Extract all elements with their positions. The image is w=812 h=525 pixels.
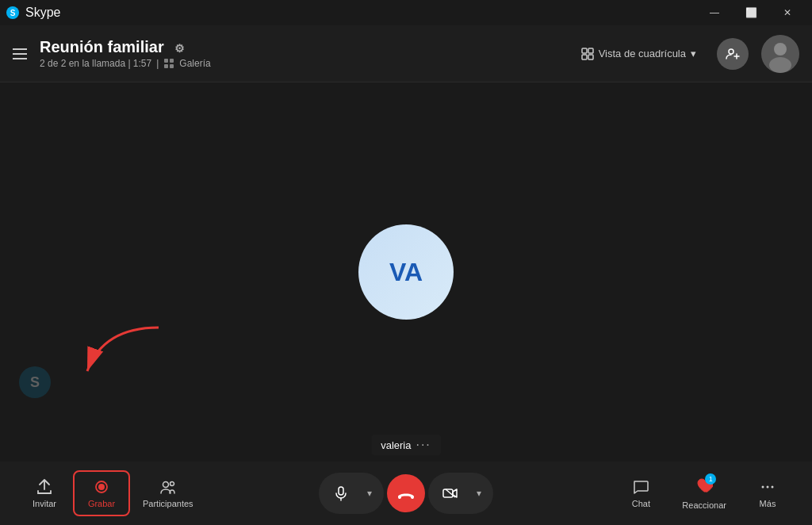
- titlebar: S Skype — ⬜ ✕: [0, 0, 812, 25]
- toolbar: Invitar Grabar Participantes: [0, 462, 812, 525]
- more-label: Más: [760, 499, 776, 508]
- skype-logo-icon: S: [6, 6, 19, 19]
- svg-rect-2: [164, 59, 168, 63]
- svg-point-14: [774, 43, 787, 56]
- svg-rect-9: [588, 55, 593, 59]
- header-info: Reunión familiar ⚙ 2 de 2 en la llamada …: [40, 38, 211, 69]
- svg-rect-6: [582, 48, 587, 53]
- chevron-down-icon: ▾: [691, 48, 696, 59]
- svg-rect-5: [170, 64, 174, 68]
- chat-label: Chat: [632, 499, 650, 508]
- end-call-icon: [396, 484, 416, 503]
- invite-icon: [36, 478, 53, 496]
- separator-dot: |: [156, 58, 159, 69]
- gallery-icon: [163, 58, 174, 69]
- user-avatar[interactable]: [761, 35, 799, 73]
- invite-label: Invitar: [33, 499, 56, 508]
- more-icon: [759, 478, 776, 496]
- svg-point-30: [767, 486, 769, 489]
- notification-badge: 1: [705, 473, 716, 485]
- toolbar-center: ▾ ▾: [319, 473, 493, 514]
- user-photo: [761, 35, 799, 73]
- maximize-button[interactable]: ⬜: [733, 0, 769, 25]
- more-options-button[interactable]: Más: [739, 472, 796, 515]
- record-button[interactable]: Grabar: [73, 470, 130, 516]
- microphone-icon: [333, 485, 349, 501]
- svg-point-21: [163, 482, 168, 488]
- participant-name-label: valeria ···: [371, 435, 441, 455]
- grid-view-icon: [581, 48, 594, 60]
- chat-icon: [632, 478, 649, 496]
- close-button[interactable]: ✕: [769, 0, 806, 25]
- svg-point-20: [98, 484, 105, 490]
- view-mode-label: Vista de cuadrícula: [599, 48, 686, 59]
- toolbar-left: Invitar Grabar Participantes: [16, 470, 270, 516]
- header: Reunión familiar ⚙ 2 de 2 en la llamada …: [0, 25, 812, 82]
- camera-icon: [442, 485, 458, 501]
- video-options-button[interactable]: ▾: [469, 476, 488, 511]
- skype-watermark: S: [19, 366, 51, 398]
- svg-text:S: S: [30, 374, 40, 390]
- svg-rect-27: [443, 489, 453, 497]
- header-right: Vista de cuadrícula ▾: [573, 35, 799, 73]
- record-icon: [93, 478, 110, 496]
- participants-icon: [159, 478, 177, 496]
- svg-rect-4: [164, 64, 168, 68]
- meeting-title: Reunión familiar ⚙: [40, 38, 211, 56]
- participants-label: Participantes: [143, 499, 193, 508]
- view-mode-button[interactable]: Vista de cuadrícula ▾: [573, 43, 704, 65]
- header-left: Reunión familiar ⚙ 2 de 2 en la llamada …: [13, 38, 211, 69]
- video-button[interactable]: [433, 476, 468, 511]
- svg-rect-3: [170, 59, 174, 63]
- svg-text:S: S: [10, 9, 16, 17]
- participant-avatar: VA: [358, 224, 454, 320]
- main-content: VA valeria ··· S: [0, 82, 812, 462]
- svg-point-10: [729, 49, 733, 54]
- toolbar-right: Chat 1 Reaccionar Más: [612, 470, 796, 516]
- mic-group: ▾: [319, 473, 384, 514]
- app-title: Skype: [25, 6, 60, 20]
- titlebar-left: S Skype: [6, 6, 60, 20]
- titlebar-controls: — ⬜ ✕: [696, 0, 806, 25]
- mute-button[interactable]: [324, 476, 358, 511]
- hamburger-menu-button[interactable]: [13, 48, 27, 59]
- svg-rect-8: [582, 55, 587, 59]
- settings-gear-icon[interactable]: ⚙: [174, 42, 185, 55]
- svg-point-15: [769, 57, 791, 73]
- mic-options-button[interactable]: ▾: [360, 476, 379, 511]
- add-people-icon: [725, 46, 741, 62]
- react-button[interactable]: 1 Reaccionar: [669, 470, 739, 516]
- meeting-subtitle: 2 de 2 en la llamada | 1:57 | Galería: [40, 58, 211, 69]
- svg-rect-23: [339, 487, 343, 495]
- record-label: Grabar: [88, 499, 115, 508]
- participant-container: VA valeria ···: [0, 82, 812, 462]
- minimize-button[interactable]: —: [696, 0, 733, 25]
- participant-options-icon: ···: [416, 438, 431, 452]
- svg-point-29: [762, 486, 764, 489]
- participants-toolbar-button[interactable]: Participantes: [130, 472, 206, 515]
- invite-button[interactable]: Invitar: [16, 472, 73, 515]
- react-label: Reaccionar: [682, 500, 726, 510]
- chat-button[interactable]: Chat: [612, 472, 669, 515]
- svg-point-31: [772, 486, 774, 489]
- svg-point-22: [170, 482, 174, 486]
- video-group: ▾: [428, 473, 493, 514]
- participants-button[interactable]: [717, 38, 749, 70]
- svg-rect-7: [588, 48, 593, 53]
- end-call-button[interactable]: [387, 474, 425, 512]
